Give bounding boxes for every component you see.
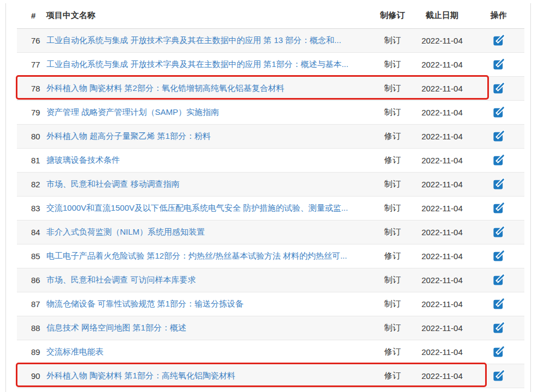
deadline-date: 2022-11-04 <box>412 76 473 100</box>
project-name-cell: 市场、民意和社会调查 可访问样本库要求 <box>46 268 373 292</box>
table-row: 76工业自动化系统与集成 开放技术字典及其在主数据中的应用 第 13 部分：概念… <box>17 28 524 52</box>
project-name-cell: 外科植入物 陶瓷材料 第2部分：氧化锆增韧高纯氧化铝基复合材料 <box>46 76 373 100</box>
project-name-link[interactable]: 市场、民意和社会调查 可访问样本库要求 <box>46 275 196 284</box>
edit-icon <box>492 106 505 119</box>
revision-type: 制订 <box>373 100 412 124</box>
operation-cell <box>473 148 524 172</box>
project-name-link[interactable]: 非介入式负荷监测（NILM）系统用感知装置 <box>46 227 205 236</box>
operation-cell <box>473 268 524 292</box>
edit-icon <box>492 202 505 215</box>
project-name-link[interactable]: 外科植入物 陶瓷材料 第2部分：氧化锆增韧高纯氧化铝基复合材料 <box>46 83 285 93</box>
edit-button[interactable] <box>492 154 505 167</box>
deadline-date: 2022-11-04 <box>412 292 473 316</box>
project-name-link[interactable]: 外科植入物 陶瓷材料 第1部分：高纯氧化铝陶瓷材料 <box>46 371 235 380</box>
edit-button[interactable] <box>492 202 505 215</box>
project-name-cell: 交流标准电能表 <box>46 340 373 364</box>
operation-cell <box>473 196 524 220</box>
deadline-date: 2022-11-04 <box>412 364 473 388</box>
edit-button[interactable] <box>492 322 505 334</box>
deadline-date: 2022-11-04 <box>412 244 473 268</box>
deadline-date: 2022-11-04 <box>412 316 473 340</box>
table-header-row: # 项目中文名称 制修订 截止日期 操作 <box>17 3 524 28</box>
edit-icon <box>492 154 505 167</box>
project-name-cell: 外科植入物 超高分子量聚乙烯 第1部分：粉料 <box>46 124 373 148</box>
row-number: 83 <box>17 196 46 220</box>
project-name-link[interactable]: 交流标准电能表 <box>46 347 104 356</box>
table-row: 83交流1000V和直流1500V及以下低压配电系统电气安全 防护措施的试验、测… <box>17 196 524 220</box>
project-name-link[interactable]: 资产管理 战略资产管理计划（SAMP）实施指南 <box>46 107 219 117</box>
edit-button[interactable] <box>492 226 505 238</box>
table-row: 86市场、民意和社会调查 可访问样本库要求制订2022-11-04 <box>17 268 524 292</box>
revision-type: 制订 <box>373 196 412 220</box>
project-name-link[interactable]: 信息技术 网络空间地图 第1部分：概述 <box>46 323 186 332</box>
row-number: 79 <box>17 100 46 124</box>
edit-button[interactable] <box>492 58 505 71</box>
project-name-link[interactable]: 市场、民意和社会调查 移动调查指南 <box>46 179 179 188</box>
header-project-name: 项目中文名称 <box>46 3 373 28</box>
row-number: 80 <box>17 124 46 148</box>
operation-cell <box>473 52 524 76</box>
projects-table: # 项目中文名称 制修订 截止日期 操作 76工业自动化系统与集成 开放技术字典… <box>17 3 524 388</box>
edit-icon <box>492 322 505 334</box>
project-name-cell: 工业自动化系统与集成 开放技术字典及其在主数据中的应用 第 13 部分：概念和.… <box>46 28 373 52</box>
revision-type: 制订 <box>373 76 412 100</box>
revision-type: 修订 <box>373 244 412 268</box>
edit-button[interactable] <box>492 130 505 143</box>
edit-button[interactable] <box>492 106 505 119</box>
row-number: 82 <box>17 172 46 196</box>
header-revision-type: 制修订 <box>373 3 412 28</box>
project-name-link[interactable]: 交流1000V和直流1500V及以下低压配电系统电气安全 防护措施的试验、测量或… <box>46 203 348 212</box>
revision-type: 制订 <box>373 220 412 244</box>
project-name-cell: 物流仓储设备 可靠性试验规范 第1部分：输送分拣设备 <box>46 292 373 316</box>
operation-cell <box>473 292 524 316</box>
deadline-date: 2022-11-04 <box>412 124 473 148</box>
deadline-date: 2022-11-04 <box>412 52 473 76</box>
row-number: 86 <box>17 268 46 292</box>
row-number: 88 <box>17 316 46 340</box>
header-deadline: 截止日期 <box>412 3 473 28</box>
edit-icon <box>492 82 505 95</box>
operation-cell <box>473 76 524 100</box>
edit-icon <box>492 298 505 310</box>
revision-type: 修订 <box>373 148 412 172</box>
project-name-cell: 非介入式负荷监测（NILM）系统用感知装置 <box>46 220 373 244</box>
edit-button[interactable] <box>492 34 505 47</box>
edit-icon <box>492 250 505 262</box>
table-row: 78外科植入物 陶瓷材料 第2部分：氧化锆增韧高纯氧化铝基复合材料制订2022-… <box>17 76 524 100</box>
project-name-cell: 市场、民意和社会调查 移动调查指南 <box>46 172 373 196</box>
revision-type: 修订 <box>373 124 412 148</box>
project-name-link[interactable]: 电工电子产品着火危险试验 第12部分：灼热丝/热丝基本试验方法 材料的灼热丝可.… <box>46 251 347 260</box>
edit-button[interactable] <box>492 274 505 286</box>
project-name-link[interactable]: 物流仓储设备 可靠性试验规范 第1部分：输送分拣设备 <box>46 299 244 308</box>
row-number: 85 <box>17 244 46 268</box>
project-name-cell: 搪玻璃设备技术条件 <box>46 148 373 172</box>
edit-button[interactable] <box>492 178 505 191</box>
edit-icon <box>492 58 505 71</box>
project-name-link[interactable]: 搪玻璃设备技术条件 <box>46 155 120 164</box>
edit-button[interactable] <box>492 82 505 95</box>
project-name-link[interactable]: 工业自动化系统与集成 开放技术字典及其在主数据中的应用 第1部分：概述与基本..… <box>46 59 348 69</box>
edit-icon <box>492 130 505 143</box>
revision-type: 制订 <box>373 28 412 52</box>
edit-button[interactable] <box>492 370 505 382</box>
edit-button[interactable] <box>492 346 505 358</box>
revision-type: 制订 <box>373 52 412 76</box>
operation-cell <box>473 244 524 268</box>
project-name-link[interactable]: 工业自动化系统与集成 开放技术字典及其在主数据中的应用 第 13 部分：概念和.… <box>46 35 341 45</box>
edit-button[interactable] <box>492 298 505 310</box>
edit-icon <box>492 226 505 238</box>
revision-type: 制订 <box>373 268 412 292</box>
operation-cell <box>473 364 524 388</box>
table-row: 77工业自动化系统与集成 开放技术字典及其在主数据中的应用 第1部分：概述与基本… <box>17 52 524 76</box>
row-number: 77 <box>17 52 46 76</box>
deadline-date: 2022-11-04 <box>412 268 473 292</box>
table-row: 89交流标准电能表修订2022-11-04 <box>17 340 524 364</box>
operation-cell <box>473 340 524 364</box>
edit-icon <box>492 370 505 382</box>
table-row: 81搪玻璃设备技术条件修订2022-11-04 <box>17 148 524 172</box>
revision-type: 制订 <box>373 316 412 340</box>
edit-button[interactable] <box>492 250 505 262</box>
row-number: 76 <box>17 28 46 52</box>
table-row: 80外科植入物 超高分子量聚乙烯 第1部分：粉料修订2022-11-04 <box>17 124 524 148</box>
project-name-link[interactable]: 外科植入物 超高分子量聚乙烯 第1部分：粉料 <box>46 131 211 140</box>
